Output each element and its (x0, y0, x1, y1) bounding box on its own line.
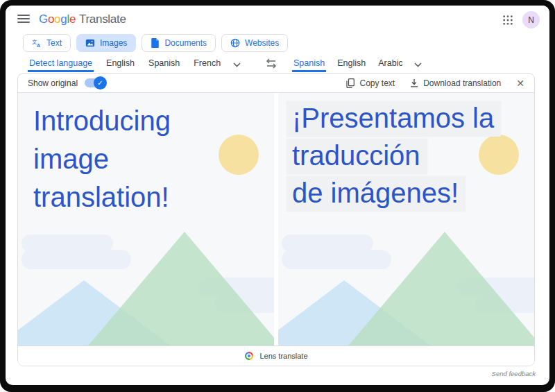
download-translation-label: Download translation (423, 78, 501, 88)
close-icon[interactable]: ✕ (516, 78, 524, 89)
mode-tabs: 文A Text Images Documents Websites (23, 34, 288, 52)
logo-letter: o (48, 12, 54, 26)
copy-icon (346, 78, 355, 88)
google-translate-logo[interactable]: Google Translate (39, 12, 126, 26)
translated-line: traducción (287, 139, 427, 174)
image-toolbar: Show original ✓ Copy text Download trans… (18, 74, 534, 93)
chevron-down-icon[interactable] (414, 56, 422, 69)
copy-text-label: Copy text (359, 78, 395, 88)
original-headline: Introducing image translation! (33, 103, 171, 217)
source-language-group: Detect language English Spanish French (28, 56, 241, 72)
target-lang-spanish[interactable]: Spanish (292, 56, 326, 72)
logo-letter: o (54, 12, 60, 26)
tab-websites[interactable]: Websites (221, 34, 288, 52)
source-lang-spanish[interactable]: Spanish (147, 56, 181, 72)
source-lang-french[interactable]: French (192, 56, 222, 72)
download-icon (410, 78, 418, 87)
headline-line: translation! (33, 179, 171, 215)
original-image-panel: Introducing image translation! (18, 93, 274, 346)
show-original-label: Show original (28, 78, 78, 88)
tab-text[interactable]: 文A Text (23, 34, 71, 52)
product-name: Translate (79, 12, 126, 26)
target-lang-arabic[interactable]: Arabic (377, 56, 404, 72)
headline-line: Introducing (33, 103, 171, 139)
avatar[interactable]: N (522, 11, 540, 28)
device-frame: Google Translate N 文A Text Images (0, 0, 555, 392)
image-translation-card: Show original ✓ Copy text Download trans… (17, 73, 535, 366)
show-original-toggle[interactable]: ✓ (85, 78, 105, 87)
document-icon (151, 38, 160, 48)
logo-letter: G (39, 12, 48, 26)
translated-line: de imágenes! (287, 176, 466, 212)
source-lang-english[interactable]: English (105, 56, 136, 72)
lens-translate-label: Lens translate (259, 352, 307, 360)
language-bar: Detect language English Spanish French S… (6, 56, 549, 73)
source-lang-detect[interactable]: Detect language (28, 56, 94, 72)
tab-label: Websites (245, 38, 279, 48)
chevron-down-icon[interactable] (233, 56, 241, 69)
headline-line: image (33, 141, 171, 177)
logo-letter: e (69, 12, 76, 26)
translated-line: ¡Presentamos la (287, 101, 501, 137)
tab-label: Images (100, 38, 127, 48)
tab-label: Documents (164, 38, 207, 48)
send-feedback-link[interactable]: Send feedback (492, 370, 536, 377)
app-window: Google Translate N 文A Text Images (6, 6, 549, 385)
download-translation-button[interactable]: Download translation (410, 78, 501, 88)
translate-icon: 文A (32, 38, 42, 48)
cloud-shape (22, 250, 131, 269)
cloud-shape (282, 250, 391, 269)
avatar-letter: N (528, 15, 534, 25)
copy-text-button[interactable]: Copy text (346, 78, 395, 88)
image-icon (85, 38, 95, 48)
globe-icon (230, 38, 240, 48)
tab-label: Text (46, 38, 62, 48)
target-language-group: Spanish English Arabic (292, 56, 422, 72)
tab-images[interactable]: Images (76, 34, 136, 52)
lens-translate-button[interactable]: Lens translate (18, 346, 534, 366)
svg-text:A: A (37, 43, 40, 48)
tab-documents[interactable]: Documents (142, 34, 216, 52)
swap-languages-icon[interactable] (265, 58, 278, 71)
logo-letter: g (60, 12, 67, 26)
sun-circle-shape (219, 135, 259, 175)
menu-icon[interactable] (17, 15, 30, 23)
translated-image-panel: ¡Presentamos la traducción de imágenes! (278, 93, 534, 346)
google-apps-icon[interactable] (502, 15, 513, 26)
translated-headline: ¡Presentamos la traducción de imágenes! (287, 101, 501, 214)
lens-icon (244, 351, 254, 361)
target-lang-english[interactable]: English (336, 56, 367, 72)
top-app-bar: Google Translate N (6, 6, 549, 32)
image-panels: Introducing image translation! ¡Prese (18, 93, 534, 346)
toggle-check-icon: ✓ (94, 76, 107, 90)
